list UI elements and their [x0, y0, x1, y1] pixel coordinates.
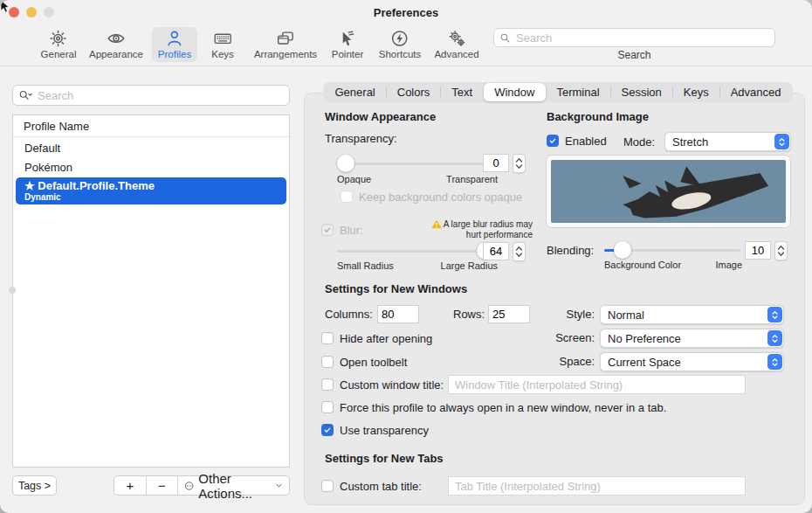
other-actions-button[interactable]: Other Actions...	[177, 476, 289, 495]
tab-general[interactable]: General	[324, 83, 386, 101]
large-radius-label: Large Radius	[410, 260, 498, 271]
window-appearance-heading: Window Appearance	[325, 110, 436, 123]
profile-search-input[interactable]	[36, 88, 284, 103]
blending-value-field[interactable]	[745, 241, 771, 260]
tab-colors[interactable]: Colors	[386, 83, 441, 101]
background-image-heading: Background Image	[547, 110, 649, 123]
toolbar-item-general[interactable]: General	[35, 27, 83, 62]
toolbar-item-appearance[interactable]: Appearance	[83, 27, 149, 62]
transparent-label: Transparent	[410, 174, 498, 184]
toolbar-item-arrangements[interactable]: Arrangements	[248, 27, 323, 62]
toolbar-label: General	[41, 49, 77, 59]
tab-window[interactable]: Window	[484, 83, 546, 101]
slider-knob[interactable]	[337, 155, 354, 172]
window-title: Preferences	[0, 6, 812, 19]
profile-row-pokemon[interactable]: Pokémon	[13, 159, 289, 176]
use-transparency-checkbox[interactable]: Use transparency	[321, 423, 429, 438]
profile-search-field[interactable]	[12, 85, 290, 106]
person-icon	[165, 29, 184, 48]
transparency-slider[interactable]	[337, 155, 498, 172]
divider-handle-dot	[9, 287, 16, 294]
style-popup[interactable]: Normal	[600, 305, 784, 324]
toolbar-search-input[interactable]	[514, 31, 769, 45]
toolbar-search-caption: Search	[493, 49, 775, 61]
hide-after-opening-checkbox[interactable]: Hide after opening	[321, 331, 432, 346]
toolbar-label: Profiles	[158, 49, 191, 59]
screen-popup[interactable]: No Preference	[600, 329, 784, 348]
mode-popup[interactable]: Stretch	[664, 132, 791, 151]
keep-bg-opaque-checkbox[interactable]: Keep background colors opaque	[341, 190, 522, 205]
columns-field[interactable]	[377, 305, 419, 323]
popup-chevrons-icon	[774, 134, 789, 149]
blur-stepper[interactable]	[513, 242, 526, 261]
checkbox-box	[321, 378, 334, 391]
tab-terminal[interactable]: Terminal	[546, 83, 610, 101]
toolbar-item-pointer[interactable]: Pointer	[326, 27, 369, 62]
checkbox-box	[321, 332, 334, 344]
popup-chevrons-icon	[767, 330, 782, 346]
custom-window-title-checkbox[interactable]: Custom window title:	[321, 378, 444, 392]
checkbox-box	[321, 401, 334, 413]
blur-value-field[interactable]	[483, 242, 509, 260]
tab-session[interactable]: Session	[610, 83, 672, 101]
toolbar-label: Arrangements	[254, 49, 317, 59]
profile-actions-bar: + − Other Actions...	[114, 475, 290, 496]
rows-field[interactable]	[488, 305, 530, 323]
slider-knob[interactable]	[614, 241, 631, 259]
popup-chevrons-icon	[767, 307, 782, 322]
custom-tab-title-checkbox[interactable]: Custom tab title:	[321, 479, 422, 494]
tab-text[interactable]: Text	[441, 83, 484, 101]
gear-icon	[49, 29, 68, 48]
star-icon: ★	[24, 179, 35, 192]
new-tabs-heading: Settings for New Tabs	[325, 452, 444, 465]
tab-keys[interactable]: Keys	[672, 83, 719, 101]
transparency-stepper[interactable]	[513, 154, 526, 173]
open-toolbelt-checkbox[interactable]: Open toolbelt	[321, 355, 407, 370]
space-popup[interactable]: Current Space	[600, 352, 784, 371]
tab-advanced[interactable]: Advanced	[719, 83, 792, 101]
transparency-value-field[interactable]	[483, 154, 509, 172]
blending-stepper[interactable]	[774, 241, 788, 260]
toolbar-item-advanced[interactable]: Advanced	[428, 27, 485, 62]
checkbox-box	[321, 356, 334, 368]
background-color-label: Background Color	[604, 260, 681, 270]
new-windows-heading: Settings for New Windows	[325, 282, 467, 295]
cursor-icon	[338, 29, 357, 48]
force-new-window-label: Force this profile to always open in a n…	[340, 400, 666, 415]
custom-tab-title-field[interactable]	[448, 476, 746, 496]
bolt-circle-icon	[390, 29, 409, 48]
add-profile-button[interactable]: +	[114, 476, 146, 495]
whale-image	[551, 160, 786, 223]
popup-chevrons-icon	[767, 354, 782, 370]
blur-radius-slider[interactable]	[337, 242, 498, 260]
search-icon	[499, 32, 511, 44]
blur-checkbox[interactable]: Blur:	[321, 223, 363, 238]
profile-row-selected[interactable]: ★ Default.Profile.Theme Dynamic	[16, 177, 286, 205]
custom-window-title-field[interactable]	[448, 375, 746, 394]
toolbar-item-shortcuts[interactable]: Shortcuts	[373, 27, 428, 62]
bg-enabled-checkbox[interactable]: Enabled	[547, 134, 607, 149]
toolbar-item-keys[interactable]: Keys	[205, 27, 240, 62]
open-toolbelt-label: Open toolbelt	[340, 355, 407, 370]
toolbar-label: Keys	[211, 49, 234, 59]
background-image-preview[interactable]	[546, 155, 791, 228]
toolbar-label: Advanced	[434, 49, 478, 59]
columns-label: Columns:	[325, 308, 373, 321]
opaque-label: Opaque	[337, 174, 371, 184]
profile-row-default[interactable]: Default	[13, 140, 289, 156]
toolbar-search-field[interactable]	[493, 28, 775, 47]
eye-icon	[107, 29, 126, 48]
preferences-window: Preferences General Appearance Pro	[0, 0, 812, 513]
blending-slider[interactable]	[604, 241, 740, 259]
checkbox-box	[341, 191, 353, 203]
force-new-window-checkbox[interactable]: Force this profile to always open in a n…	[321, 400, 666, 415]
blur-warning-line2: hurt performance	[466, 230, 533, 239]
profile-list-header[interactable]: Profile Name	[13, 115, 289, 137]
transparency-label: Transparency:	[325, 132, 397, 145]
tags-button[interactable]: Tags >	[12, 475, 57, 496]
warning-icon	[431, 219, 442, 229]
toolbar-divider	[0, 66, 812, 66]
space-value: Current Space	[601, 356, 767, 369]
toolbar-item-profiles[interactable]: Profiles	[152, 27, 197, 62]
remove-profile-button[interactable]: −	[146, 476, 177, 495]
